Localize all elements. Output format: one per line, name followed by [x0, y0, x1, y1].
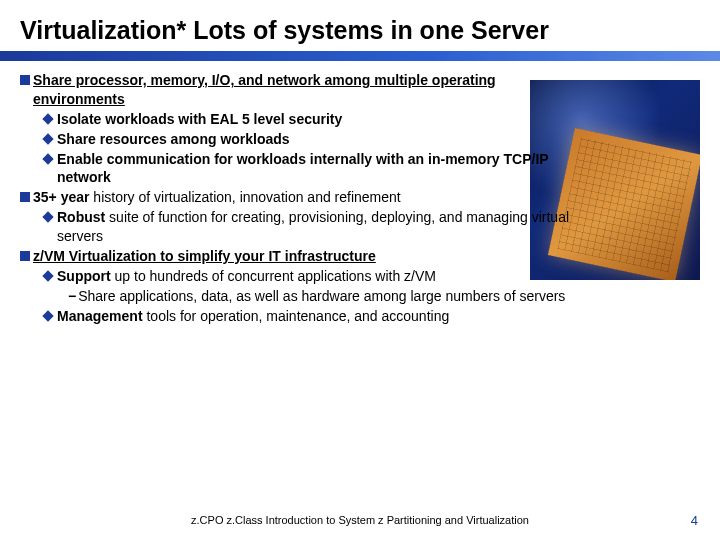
square-bullet-icon	[20, 192, 30, 202]
title-divider	[0, 51, 720, 61]
diamond-bullet-icon	[42, 133, 53, 144]
square-bullet-icon	[20, 75, 30, 85]
bullet-1c: Enable communication for workloads inter…	[57, 150, 570, 188]
bullet-3: z/VM Virtualization to simplify your IT …	[33, 247, 376, 266]
slide-title: Virtualization* Lots of systems in one S…	[0, 0, 720, 51]
bullet-3-2: Management tools for operation, maintena…	[57, 307, 449, 326]
bullet-1: Share processor, memory, I/O, and networ…	[33, 71, 570, 109]
square-bullet-icon	[20, 251, 30, 261]
bullet-1a: Isolate workloads with EAL 5 level secur…	[57, 110, 342, 129]
bullet-2: 35+ year history of virtualization, inno…	[33, 188, 401, 207]
bullet-3-1: Support up to hundreds of concurrent app…	[57, 267, 436, 286]
bullet-1b: Share resources among workloads	[57, 130, 290, 149]
diamond-bullet-icon	[42, 212, 53, 223]
dash-bullet-icon: −	[68, 287, 76, 306]
diamond-bullet-icon	[42, 310, 53, 321]
diamond-bullet-icon	[42, 153, 53, 164]
diamond-bullet-icon	[42, 113, 53, 124]
bullet-3-1-1: Share applications, data, as well as har…	[78, 287, 565, 306]
page-number: 4	[691, 513, 698, 528]
slide-body: Share processor, memory, I/O, and networ…	[0, 61, 720, 326]
bullet-2-1: Robust suite of function for creating, p…	[57, 208, 570, 246]
footer-text: z.CPO z.Class Introduction to System z P…	[0, 514, 720, 526]
diamond-bullet-icon	[42, 270, 53, 281]
